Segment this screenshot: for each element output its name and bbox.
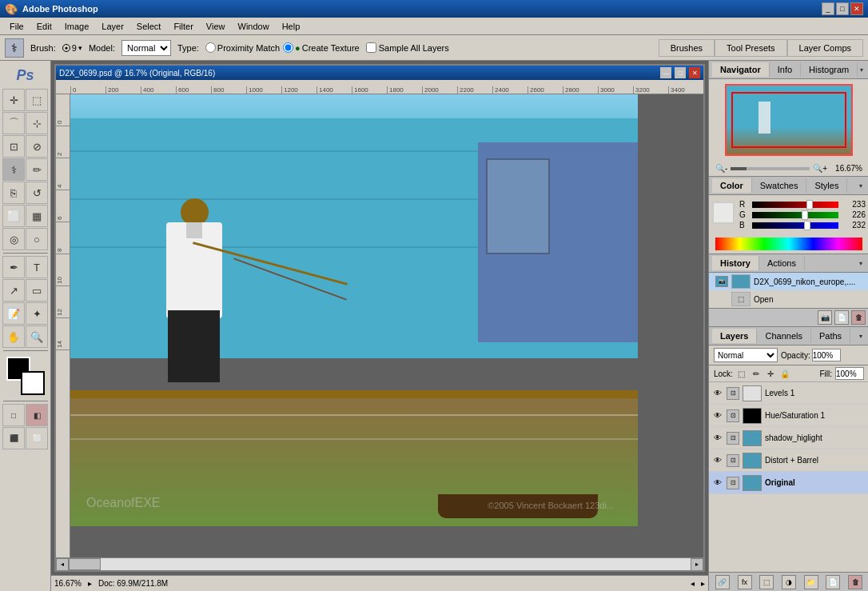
lock-transparent-btn[interactable]: ⬚ [736, 368, 747, 379]
b-slider-thumb[interactable] [804, 221, 810, 230]
tab-history[interactable]: History [712, 256, 759, 270]
zoom-in-btn[interactable]: 🔍+ [813, 164, 827, 173]
zoom-slider-track[interactable] [731, 167, 810, 170]
navigator-collapse-btn[interactable]: ▾ [858, 65, 866, 74]
crop-tool-btn[interactable]: ⊡ [2, 135, 25, 158]
menu-view[interactable]: View [200, 20, 232, 33]
healing-brush-btn[interactable]: ⚕ [2, 158, 25, 181]
lock-all-btn[interactable]: 🔒 [779, 368, 790, 379]
background-color[interactable] [21, 371, 45, 395]
opacity-input[interactable] [812, 349, 841, 361]
layer-new-btn[interactable]: 📄 [826, 575, 840, 589]
canvas-content[interactable]: OceanofEXE ©2005 Vincent Bockaert 123di.… [70, 94, 703, 557]
menu-window[interactable]: Window [232, 20, 276, 33]
dodge-btn[interactable]: ○ [26, 228, 48, 250]
window-controls[interactable]: _ □ ✕ [822, 2, 863, 15]
tab-navigator[interactable]: Navigator [712, 62, 770, 77]
zoom-out-btn[interactable]: 🔍- [715, 164, 727, 173]
layer-group-btn[interactable]: 📁 [804, 575, 818, 589]
menu-layer[interactable]: Layer [95, 20, 130, 33]
texture-radio[interactable] [283, 42, 293, 53]
tab-styles[interactable]: Styles [806, 178, 847, 193]
lasso-tool-btn[interactable]: ⌒ [2, 112, 25, 134]
imagereready-btn[interactable]: ⬜ [26, 427, 48, 449]
close-button[interactable]: ✕ [850, 2, 863, 15]
standard-mode-btn[interactable]: □ [2, 404, 25, 426]
canvas-window-controls[interactable]: — □ ✕ [659, 67, 700, 78]
scroll-left-btn[interactable]: ◂ [56, 558, 69, 571]
tab-info[interactable]: Info [770, 62, 801, 77]
quick-mask-btn[interactable]: ◧ [26, 404, 48, 426]
tab-layers[interactable]: Layers [712, 329, 757, 343]
marquee-tool-btn[interactable]: ⬚ [26, 89, 48, 111]
layer-adjustment-btn[interactable]: ◑ [782, 575, 796, 589]
color-spectrum-bar[interactable] [715, 238, 862, 250]
lock-position-btn[interactable]: ✛ [765, 368, 776, 379]
history-item-0[interactable]: 📷 D2X_0699_nikon_europe,.... [709, 273, 868, 290]
hand-tool-btn[interactable]: ✋ [2, 325, 25, 348]
slice-tool-btn[interactable]: ⊘ [26, 135, 48, 158]
menu-file[interactable]: File [3, 20, 30, 33]
history-new-snapshot-btn[interactable]: 📷 [818, 310, 832, 325]
layer-visibility-distort[interactable]: 👁 [712, 455, 723, 466]
b-gradient-bar[interactable] [752, 222, 838, 229]
fill-input[interactable] [835, 367, 864, 380]
lock-pixels-btn[interactable]: ✏ [751, 368, 762, 379]
history-item-1[interactable]: ⬚ Open [709, 290, 868, 308]
r-slider-thumb[interactable] [806, 200, 813, 210]
menu-filter[interactable]: Filter [167, 20, 199, 33]
magic-wand-btn[interactable]: ⊹ [26, 112, 48, 134]
layer-link-btn[interactable]: 🔗 [715, 575, 730, 589]
maximize-button[interactable]: □ [836, 2, 849, 15]
brush-tool-btn[interactable]: ✏ [26, 158, 48, 181]
pen-tool-btn[interactable]: ✒ [2, 256, 25, 278]
notes-btn[interactable]: 📝 [2, 302, 25, 325]
proximity-radio[interactable] [205, 42, 216, 53]
tab-tool-presets[interactable]: Tool Presets [715, 39, 787, 57]
zoom-tool-btn[interactable]: 🔍 [26, 325, 48, 348]
tab-brushes[interactable]: Brushes [659, 39, 715, 57]
layer-item-original[interactable]: 👁 ⊡ Original [709, 472, 868, 494]
history-create-new-btn[interactable]: 📄 [834, 310, 849, 325]
layer-visibility-original[interactable]: 👁 [712, 477, 723, 489]
layer-visibility-shadow[interactable]: 👁 [712, 433, 723, 444]
layers-collapse-btn[interactable]: ▾ [856, 331, 866, 341]
tab-actions[interactable]: Actions [759, 256, 805, 270]
canvas-close[interactable]: ✕ [689, 67, 700, 78]
layer-visibility-hue[interactable]: 👁 [712, 410, 723, 421]
g-slider-thumb[interactable] [802, 210, 808, 220]
tab-layer-comps[interactable]: Layer Comps [787, 39, 863, 57]
shape-tool-btn[interactable]: ▭ [26, 279, 48, 301]
texture-radio-label[interactable]: ● Create Texture [283, 42, 360, 53]
r-gradient-bar[interactable] [752, 202, 838, 208]
history-delete-btn[interactable]: 🗑 [851, 310, 866, 325]
canvas-minimize[interactable]: — [660, 67, 671, 78]
mode-select[interactable]: Normal [121, 40, 171, 56]
move-tool-btn[interactable]: ✛ [2, 89, 25, 111]
blend-mode-select[interactable]: Normal [714, 348, 778, 362]
color-swatch-box[interactable] [712, 202, 735, 224]
canvas-maximize[interactable]: □ [675, 67, 686, 78]
tab-paths[interactable]: Paths [811, 329, 850, 343]
minimize-button[interactable]: _ [822, 2, 834, 15]
color-collapse-btn[interactable]: ▾ [856, 181, 866, 190]
history-brush-btn[interactable]: ↺ [26, 182, 48, 204]
g-gradient-bar[interactable] [752, 212, 838, 218]
layer-item-distort[interactable]: 👁 ⊡ Distort + Barrel [709, 449, 868, 472]
layer-delete-btn[interactable]: 🗑 [848, 575, 862, 589]
navigator-preview[interactable] [725, 84, 853, 156]
gradient-btn[interactable]: ▦ [26, 205, 48, 227]
brush-size-indicator[interactable]: ● [62, 44, 70, 52]
healing-brush-tool-icon[interactable]: ⚕ [5, 38, 24, 58]
photo-canvas[interactable]: OceanofEXE ©2005 Vincent Bockaert 123di.… [70, 94, 638, 526]
status-nav-right[interactable]: ▸ [701, 579, 705, 588]
screen-mode-btn[interactable]: ⬛ [2, 427, 25, 449]
layer-mask-btn[interactable]: ⬚ [759, 575, 774, 589]
eyedropper-btn[interactable]: ✦ [26, 302, 48, 325]
tab-swatches[interactable]: Swatches [752, 178, 807, 193]
menu-edit[interactable]: Edit [30, 20, 58, 33]
brush-size-control[interactable]: ● 9 ▾ [62, 43, 82, 53]
tab-channels[interactable]: Channels [757, 329, 810, 343]
scroll-thumb-h[interactable] [69, 558, 101, 570]
layer-visibility-levels[interactable]: 👁 [712, 388, 723, 399]
